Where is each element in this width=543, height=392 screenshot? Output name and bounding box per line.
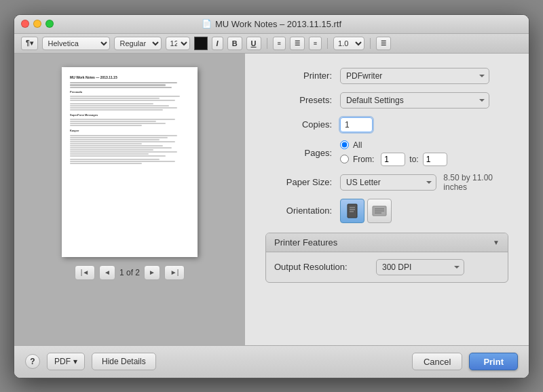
paper-size-dimensions: 8.50 by 11.00 inches — [443, 173, 508, 192]
all-pages-radio[interactable] — [340, 140, 349, 149]
bottom-bar: ? PDF ▾ Hide Details Cancel Print — [14, 345, 529, 378]
paper-size-row: Paper Size: US Letter 8.50 by 11.00 inch… — [265, 173, 508, 192]
from-page-input[interactable] — [381, 153, 405, 166]
color-picker[interactable] — [194, 37, 208, 50]
printer-value: PDFwriter — [340, 68, 508, 84]
pages-row: Pages: All From: to: — [265, 140, 508, 166]
paper-size-value: US Letter 8.50 by 11.00 inches — [340, 173, 508, 192]
presets-label: Presets: — [265, 95, 340, 105]
copies-label: Copies: — [265, 119, 340, 130]
font-style-select[interactable]: Regular — [114, 37, 162, 50]
pdf-button[interactable]: PDF ▾ — [47, 353, 85, 370]
separator2 — [327, 38, 328, 49]
help-button[interactable]: ? — [25, 354, 40, 369]
copies-row: Copies: — [265, 116, 508, 134]
presets-row: Presets: Default Settings — [265, 92, 508, 109]
document-icon: 📄 — [202, 19, 212, 28]
toolbar-format-btn[interactable]: ¶▾ — [21, 37, 38, 50]
first-page-btn[interactable]: |◄ — [75, 265, 95, 280]
italic-btn[interactable]: I — [212, 37, 223, 50]
landscape-icon — [372, 205, 387, 217]
features-arrow-icon: ▼ — [493, 239, 500, 246]
separator — [267, 38, 267, 49]
page-range-row: From: to: — [340, 153, 508, 166]
output-resolution-select[interactable]: 300 DPI — [376, 259, 464, 275]
font-size-select[interactable]: 12 — [166, 37, 190, 50]
toolbar: ¶▾ Helvetica Regular 12 I B U ≡ ☰ ≡ 1.0 … — [14, 34, 529, 54]
svg-rect-0 — [348, 204, 357, 218]
printer-row: Printer: PDFwriter — [265, 67, 508, 85]
all-pages-label: All — [353, 140, 362, 150]
traffic-lights — [21, 20, 54, 28]
titlebar: 📄 MU Work Notes – 2013.11.15.rtf — [14, 15, 529, 34]
pages-radio-group: All From: to: — [340, 140, 508, 166]
paper-size-select[interactable]: US Letter — [340, 174, 436, 191]
cancel-button[interactable]: Cancel — [412, 353, 462, 370]
page-navigation: |◄ ◄ 1 of 2 ► ►| — [75, 265, 185, 280]
document-preview-panel: MU Work Notes — 2013.11.15 Precauda — [14, 54, 245, 345]
separator3 — [370, 38, 371, 49]
main-content: MU Work Notes — 2013.11.15 Precauda — [14, 54, 529, 345]
prev-page-btn[interactable]: ◄ — [99, 265, 115, 280]
pages-options: All From: to: — [340, 140, 508, 166]
print-dialog-window: 📄 MU Work Notes – 2013.11.15.rtf ¶▾ Helv… — [14, 14, 529, 378]
portrait-icon — [346, 203, 358, 218]
hide-details-button[interactable]: Hide Details — [92, 353, 156, 370]
from-pages-radio[interactable] — [340, 155, 349, 163]
printer-features-section: Printer Features ▼ Output Resolution: 30… — [265, 233, 508, 283]
orientation-buttons — [340, 199, 508, 223]
align-left-btn[interactable]: ≡ — [273, 37, 286, 50]
page-indicator: 1 of 2 — [119, 268, 140, 277]
printer-select[interactable]: PDFwriter — [340, 68, 489, 84]
orientation-options — [340, 199, 508, 223]
printer-label: Printer: — [265, 71, 340, 81]
features-content: Output Resolution: 300 DPI — [266, 252, 508, 282]
portrait-btn[interactable] — [340, 199, 364, 223]
to-label: to: — [409, 155, 418, 164]
minimize-button[interactable] — [33, 20, 41, 28]
close-button[interactable] — [21, 20, 29, 28]
page-preview: MU Work Notes — 2013.11.15 Precauda — [62, 67, 198, 257]
output-resolution-row: Output Resolution: 300 DPI — [274, 259, 500, 275]
list-btn[interactable]: ☰ — [376, 37, 391, 50]
orientation-label: Orientation: — [265, 205, 340, 216]
from-pages-label: From: — [353, 155, 374, 164]
features-title: Printer Features — [274, 237, 337, 248]
all-pages-row: All — [340, 140, 508, 150]
features-header[interactable]: Printer Features ▼ — [266, 233, 508, 252]
last-page-btn[interactable]: ►| — [164, 265, 185, 280]
bold-btn[interactable]: B — [227, 37, 242, 50]
orientation-row: Orientation: — [265, 199, 508, 223]
align-right-btn[interactable]: ≡ — [309, 37, 322, 50]
output-resolution-label: Output Resolution: — [274, 262, 369, 272]
presets-select[interactable]: Default Settings — [340, 92, 489, 109]
window-title: 📄 MU Work Notes – 2013.11.15.rtf — [202, 19, 341, 29]
pages-label: Pages: — [265, 148, 340, 158]
next-page-btn[interactable]: ► — [144, 265, 160, 280]
underline-btn[interactable]: U — [246, 37, 261, 50]
font-family-select[interactable]: Helvetica — [42, 37, 110, 50]
maximize-button[interactable] — [45, 20, 54, 28]
presets-value: Default Settings — [340, 92, 508, 109]
print-button[interactable]: Print — [469, 353, 518, 370]
print-options-panel: Printer: PDFwriter Presets: Default Sett… — [245, 54, 529, 345]
align-center-btn[interactable]: ☰ — [290, 37, 305, 50]
copies-input[interactable] — [340, 117, 373, 132]
paper-size-label: Paper Size: — [265, 177, 340, 187]
to-page-input[interactable] — [423, 153, 447, 166]
page-range-inputs: to: — [381, 153, 447, 166]
line-spacing-select[interactable]: 1.0 — [333, 37, 364, 50]
copies-value — [340, 117, 508, 132]
landscape-btn[interactable] — [367, 199, 392, 223]
